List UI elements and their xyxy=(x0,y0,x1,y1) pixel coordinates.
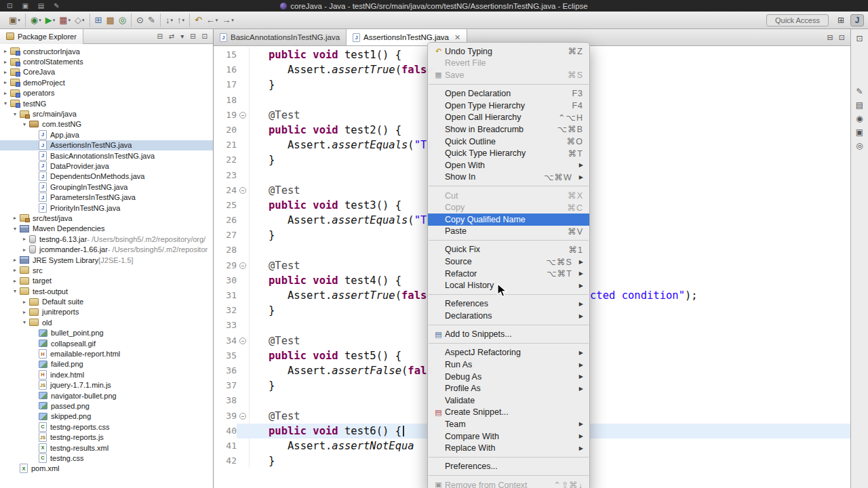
tree-item-priorityintestng-java[interactable]: JPriorityInTestNG.java xyxy=(0,203,213,213)
tree-collapsed-arrow[interactable]: ▸ xyxy=(20,236,28,242)
dropdown-arrow-icon[interactable]: ▾ xyxy=(53,18,56,23)
tree-item-testng-reports-css[interactable]: Ctestng-reports.css xyxy=(0,422,213,432)
menu-item-add-to-snippets[interactable]: ▤Add to Snippets... xyxy=(428,328,589,340)
tree-item-default-suite[interactable]: ▸Default suite xyxy=(0,296,213,306)
tree-item-src-main-java[interactable]: ▾src/main/java xyxy=(0,108,213,119)
declaration-icon[interactable]: ◎ xyxy=(856,139,863,152)
fold-collapse-marker[interactable] xyxy=(237,258,249,273)
mark-occurrences-icon[interactable]: ✎ xyxy=(146,14,157,27)
menu-item-references[interactable]: References▶ xyxy=(428,298,589,310)
editor-tab-basicannotationsintestng-java[interactable]: JBasicAnnotationsInTestNG.java xyxy=(214,29,347,45)
dropdown-arrow-icon[interactable]: ▾ xyxy=(18,18,20,23)
menu-item-team[interactable]: Team▶ xyxy=(428,418,589,430)
tree-collapsed-arrow[interactable]: ▸ xyxy=(1,59,9,65)
tree-item-index-html[interactable]: Hindex.html xyxy=(0,369,213,380)
tree-item-controlstatements[interactable]: ▸controlStatements xyxy=(0,56,213,66)
tree-item-testng[interactable]: ▾testNG xyxy=(0,98,213,108)
previous-annotation-icon[interactable]: ↑▾ xyxy=(175,14,186,27)
menu-item-source[interactable]: Source⌥⌘S▶ xyxy=(428,256,589,268)
tree-item-junitreports[interactable]: ▸junitreports xyxy=(0,307,213,317)
fold-collapse-marker[interactable] xyxy=(237,108,249,123)
new-wizard-icon[interactable]: ▣▾ xyxy=(7,14,22,27)
menu-item-preferences[interactable]: Preferences... xyxy=(428,461,589,473)
pencil-icon[interactable]: ✎ xyxy=(54,2,59,9)
tree-collapsed-arrow[interactable]: ▸ xyxy=(11,267,19,273)
next-annotation-icon[interactable]: ↓▾ xyxy=(163,14,175,27)
tree-item-constructorinjava[interactable]: ▸constructorInjava xyxy=(0,46,213,56)
tree-expanded-arrow[interactable]: ▾ xyxy=(11,111,19,117)
restore-editor-icon[interactable]: ⊡ xyxy=(856,32,863,45)
menu-item-open-with[interactable]: Open With▶ xyxy=(428,159,589,171)
coverage-icon[interactable]: ▦▾ xyxy=(57,14,73,27)
tree-item-pom-xml[interactable]: Xpom.xml xyxy=(0,464,213,474)
dropdown-arrow-icon[interactable]: ▾ xyxy=(231,18,234,23)
package-explorer-tab[interactable]: Package Explorer xyxy=(0,29,83,44)
tree-item-collapseall-gif[interactable]: collapseall.gif xyxy=(0,338,213,348)
tree-item-jcommander-1-66-jar[interactable]: ▸jcommander-1.66.jar - /Users/bsingh5/.m… xyxy=(0,244,213,254)
tree-expanded-arrow[interactable]: ▾ xyxy=(20,121,28,127)
ant-icon[interactable]: ◉ xyxy=(856,112,863,125)
tree-expanded-arrow[interactable]: ▾ xyxy=(20,319,28,325)
maximize-editor-icon[interactable]: ⊡ xyxy=(839,33,845,42)
tree-item-operators[interactable]: ▸operators xyxy=(0,88,213,98)
tree-item-emailable-report-html[interactable]: Hemailable-report.html xyxy=(0,348,213,359)
tree-item-parametersintestng-java[interactable]: JParametersInTestNG.java xyxy=(0,192,213,202)
java-perspective-icon[interactable]: J xyxy=(850,14,864,26)
javadoc-icon[interactable]: ▣ xyxy=(856,125,863,139)
tree-item-maven-dependencies[interactable]: ▾Maven Dependencies xyxy=(0,224,213,234)
tree-collapsed-arrow[interactable]: ▸ xyxy=(11,257,19,263)
menu-item-create-snippet[interactable]: ▤Create Snippet... xyxy=(428,407,589,419)
outline-icon[interactable]: ▤ xyxy=(856,98,863,112)
close-tab-icon[interactable]: ✕ xyxy=(454,33,460,42)
menu-item-quick-type-hierarchy[interactable]: Quick Type Hierarchy⌘T xyxy=(428,147,589,159)
tree-item-failed-png[interactable]: failed.png xyxy=(0,359,213,369)
tree-item-navigator-bullet-png[interactable]: navigator-bullet.png xyxy=(0,390,213,401)
menu-item-aspectj-refactoring[interactable]: AspectJ Refactoring▶ xyxy=(428,347,589,359)
task-list-icon[interactable]: ✎ xyxy=(856,85,863,98)
window-icon[interactable]: ▣ xyxy=(22,2,28,9)
external-tools-icon[interactable]: ◇▾ xyxy=(73,14,87,27)
tree-collapsed-arrow[interactable]: ▸ xyxy=(11,278,19,284)
new-java-project-icon[interactable]: ⊞ xyxy=(93,14,104,27)
fold-collapse-marker[interactable] xyxy=(237,409,249,424)
tree-item-dependentsonmethods-java[interactable]: JDependentsOnMethods.java xyxy=(0,171,213,182)
tree-item-passed-png[interactable]: passed.png xyxy=(0,401,213,411)
fold-collapse-marker[interactable] xyxy=(237,183,249,198)
display-icon[interactable]: ⊡ xyxy=(7,2,12,9)
menu-item-open-type-hierarchy[interactable]: Open Type HierarchyF4 xyxy=(428,100,589,112)
dropdown-arrow-icon[interactable]: ▾ xyxy=(68,18,71,23)
tree-collapsed-arrow[interactable]: ▸ xyxy=(11,215,19,221)
menu-item-local-history[interactable]: Local History▶ xyxy=(428,279,589,291)
menu-item-replace-with[interactable]: Replace With▶ xyxy=(428,442,589,454)
tree-expanded-arrow[interactable]: ▾ xyxy=(11,288,19,294)
menu-item-declarations[interactable]: Declarations▶ xyxy=(428,310,589,322)
tree-item-old[interactable]: ▾old xyxy=(0,317,213,327)
quick-access-button[interactable]: Quick Access xyxy=(766,14,829,26)
tree-item-jquery-1-7-1-min-js[interactable]: JSjquery-1.7.1.min.js xyxy=(0,380,213,390)
search-icon[interactable]: ⊙ xyxy=(134,14,146,27)
tree-collapsed-arrow[interactable]: ▸ xyxy=(20,309,28,315)
tree-item-app-java[interactable]: JApp.java xyxy=(0,129,213,140)
tree-expanded-arrow[interactable]: ▾ xyxy=(1,100,9,106)
tree-item-testng-css[interactable]: Ctestng.css xyxy=(0,453,213,463)
tree-item-testng-reports-js[interactable]: JStestng-reports.js xyxy=(0,432,213,442)
menu-item-profile-as[interactable]: Profile As▶ xyxy=(428,382,589,394)
menu-item-compare-with[interactable]: Compare With▶ xyxy=(428,430,589,443)
tree-item-testng-results-xml[interactable]: Xtestng-results.xml xyxy=(0,443,213,453)
tree-item-test-output[interactable]: ▾test-output xyxy=(0,286,213,296)
tree-item-src[interactable]: ▸src xyxy=(0,265,213,275)
tree-item-testng-6-13-jar[interactable]: ▸testng-6.13.jar - /Users/bsingh5/.m2/re… xyxy=(0,234,213,244)
tree-item-src-test-java[interactable]: ▸src/test/java xyxy=(0,213,213,223)
new-package-icon[interactable]: ▩ xyxy=(104,14,116,27)
run-icon[interactable]: ▶▾ xyxy=(43,14,58,27)
dropdown-arrow-icon[interactable]: ▾ xyxy=(82,18,85,23)
dropdown-arrow-icon[interactable]: ▾ xyxy=(170,18,173,23)
tree-item-assertionsintestng-java[interactable]: JAssertionsInTestNG.java xyxy=(0,140,213,150)
view-menu-icon[interactable]: ▾ xyxy=(180,33,184,40)
collapse-all-icon[interactable]: ⊟ xyxy=(157,33,162,40)
tree-item-corejava[interactable]: ▸CoreJava xyxy=(0,67,213,77)
dropdown-arrow-icon[interactable]: ▾ xyxy=(216,18,218,23)
tree-item-target[interactable]: ▸target xyxy=(0,276,213,286)
tree-item-skipped-png[interactable]: skipped.png xyxy=(0,411,213,422)
tree-item-demoproject[interactable]: ▸demoProject xyxy=(0,77,213,87)
